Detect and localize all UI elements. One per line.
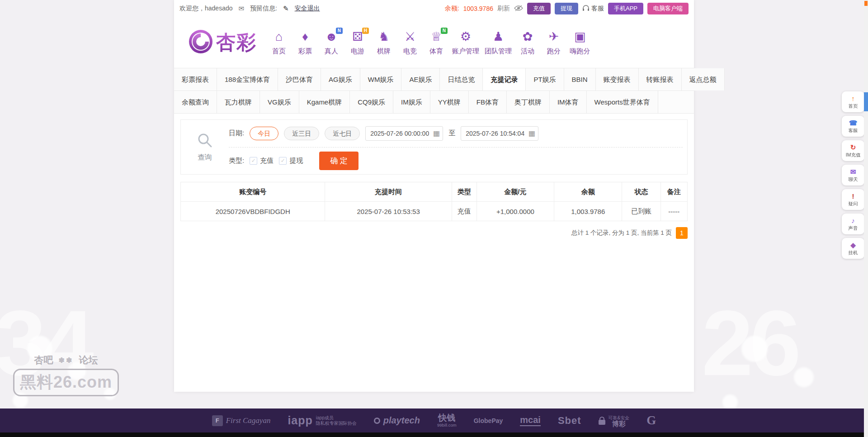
logout-link[interactable]: 安全退出 — [295, 5, 320, 13]
withdraw-button[interactable]: 提现 — [555, 3, 578, 14]
float-question-button[interactable]: ! 疑问 — [842, 189, 864, 210]
tab-aoding-chess[interactable]: 奥丁棋牌 — [507, 91, 550, 113]
lottery-icon: ♦ — [302, 30, 308, 44]
recharge-checkbox[interactable]: ✓ — [250, 157, 257, 165]
quick-3days-button[interactable]: 近三日 — [284, 127, 319, 140]
logo-globepay: GlobePay — [474, 417, 503, 424]
nav-item-home[interactable]: ⌂ 首页 — [266, 30, 292, 56]
pc-client-button[interactable]: 电脑客户端 — [647, 3, 689, 14]
tab-fb-sports[interactable]: FB体育 — [469, 91, 507, 113]
calendar-icon[interactable]: ▦ — [433, 129, 440, 138]
nav-item-egames[interactable]: H ⚄ 电游 — [344, 30, 371, 56]
withdraw-checkbox-label[interactable]: 提现 — [289, 157, 303, 165]
tab-recharge-withdraw-records[interactable]: 充提记录 — [483, 68, 526, 90]
tab-shaba-sports[interactable]: 沙巴体育 — [278, 68, 321, 90]
date-from-input[interactable] — [365, 126, 443, 141]
float-idle-button[interactable]: ◆ 挂机 — [842, 238, 864, 259]
pagination-summary: 总计 1 个记录, 分为 1 页, 当前第 1 页 — [571, 229, 672, 237]
tab-rebate-total[interactable]: 返点总额 — [682, 68, 725, 90]
tab-188jbb-sports[interactable]: 188金宝博体育 — [217, 68, 278, 90]
logo-text: iapp — [288, 414, 312, 427]
to-label: 至 — [448, 129, 455, 138]
tab-im-sports[interactable]: IM体育 — [550, 91, 587, 113]
question-icon: ! — [852, 192, 854, 200]
nav-item-account-manage[interactable]: ⚙ 账户管理 — [449, 30, 482, 56]
tab-lottery-report[interactable]: 彩票报表 — [174, 68, 217, 90]
scrollbar-track[interactable] — [864, 0, 868, 437]
cell-transaction-id: 20250726VBDBFIDGDH — [181, 202, 325, 221]
tab-balance-query[interactable]: 余额查询 — [174, 91, 217, 113]
pencil-icon[interactable]: ✎ — [283, 5, 289, 13]
nav-label: 电竞 — [403, 47, 417, 56]
calendar-icon[interactable]: ▦ — [528, 129, 535, 138]
withdraw-checkbox[interactable]: ✓ — [279, 157, 287, 165]
float-home-button[interactable]: ↑ 首页 — [842, 91, 864, 112]
tab-kgame[interactable]: Kgame棋牌 — [299, 91, 350, 113]
tab-wm[interactable]: WM娱乐 — [360, 68, 402, 90]
float-chat-button[interactable]: ✉ 聊天 — [842, 165, 864, 185]
quick-today-button[interactable]: 今日 — [250, 127, 278, 140]
tab-ag[interactable]: AG娱乐 — [321, 68, 360, 90]
page-1-button[interactable]: 1 — [676, 227, 688, 239]
nav-item-sports[interactable]: N ♕ 体育 — [423, 30, 449, 56]
mobile-app-button[interactable]: 手机APP — [608, 3, 643, 14]
tab-wesports[interactable]: Wesports世界体育 — [587, 91, 658, 113]
nav-item-paofen[interactable]: ✈ 跑分 — [541, 30, 567, 56]
nav-label: 彩票 — [298, 47, 312, 56]
nav-label: 棋牌 — [377, 47, 391, 56]
tab-cq9[interactable]: CQ9娱乐 — [350, 91, 393, 113]
customer-service-label: 客服 — [591, 5, 604, 13]
nav-item-esports[interactable]: ⚔ 电竞 — [397, 30, 423, 56]
cell-status: 已到账 — [622, 202, 660, 221]
recharge-button[interactable]: 充值 — [527, 3, 551, 14]
date-to-input[interactable] — [461, 126, 538, 141]
check-mark-icon: ✓ — [281, 157, 285, 164]
logo-sbet: Sbet — [558, 415, 581, 427]
tab-transfer-report[interactable]: 转账报表 — [639, 68, 682, 90]
tab-ae[interactable]: AE娱乐 — [401, 68, 440, 90]
back-to-top-icon: ↑ — [851, 95, 855, 102]
headset-icon: ☎ — [849, 119, 858, 127]
tab-yy-chess[interactable]: YY棋牌 — [430, 91, 469, 113]
scrollbar-thumb[interactable] — [864, 92, 868, 111]
float-im-recharge-button[interactable]: ↻ IM充值 — [842, 140, 864, 161]
nav-item-promotions[interactable]: ✿ 活动 — [514, 30, 541, 56]
nav-label: 首页 — [272, 47, 286, 56]
first-cagayan-seal-icon: F — [212, 415, 223, 426]
recharge-checkbox-label[interactable]: 充值 — [260, 157, 274, 165]
tab-daily-summary[interactable]: 日结总览 — [440, 68, 483, 90]
cell-remark: ----- — [660, 202, 687, 221]
nav-item-board-games[interactable]: ♞ 棋牌 — [371, 30, 397, 56]
logo-text: 快钱 — [438, 413, 455, 423]
quick-7days-button[interactable]: 近七日 — [325, 127, 360, 140]
tab-im-entertainment[interactable]: IM娱乐 — [393, 91, 430, 113]
nav-label: 电游 — [351, 47, 364, 56]
logo-text: First Cagayan — [226, 416, 271, 425]
tab-bbin[interactable]: BBIN — [564, 68, 596, 90]
nav-item-lottery[interactable]: ♦ 彩票 — [292, 30, 318, 56]
headset-icon — [582, 5, 590, 13]
eye-hidden-icon[interactable] — [514, 5, 523, 13]
nav-item-hi-paofen[interactable]: ▣ 嗨跑分 — [567, 30, 593, 56]
logo-subtext: 99bill.com — [437, 423, 457, 428]
refresh-button[interactable]: 刷新 — [497, 5, 510, 13]
tab-wali-chess[interactable]: 瓦力棋牌 — [217, 91, 260, 113]
site-logo[interactable]: 杏彩 — [189, 29, 257, 56]
float-service-button[interactable]: ☎ 客服 — [842, 116, 864, 137]
float-label: 疑问 — [849, 200, 858, 207]
nav-item-team-manage[interactable]: ♟ 团队管理 — [482, 30, 514, 56]
date-label: 日期: — [229, 129, 244, 138]
bokeh-circle — [794, 367, 814, 387]
tab-vg[interactable]: VG娱乐 — [260, 91, 299, 113]
customer-service-link[interactable]: 客服 — [582, 5, 604, 13]
nav-item-live-casino[interactable]: N ☻ 真人 — [318, 30, 344, 56]
float-sound-button[interactable]: ♪ 声音 — [842, 214, 864, 234]
logo-secure-gaming: 可靠&安全 博彩 — [599, 415, 630, 427]
esports-icon: ⚔ — [405, 30, 415, 44]
hot-badge: H — [362, 28, 369, 34]
envelope-icon[interactable]: ✉ — [239, 5, 245, 13]
tab-account-change-report[interactable]: 账变报表 — [596, 68, 639, 90]
confirm-button[interactable]: 确 定 — [319, 152, 359, 170]
col-header-type: 类型 — [452, 182, 476, 202]
tab-pt[interactable]: PT娱乐 — [526, 68, 564, 90]
